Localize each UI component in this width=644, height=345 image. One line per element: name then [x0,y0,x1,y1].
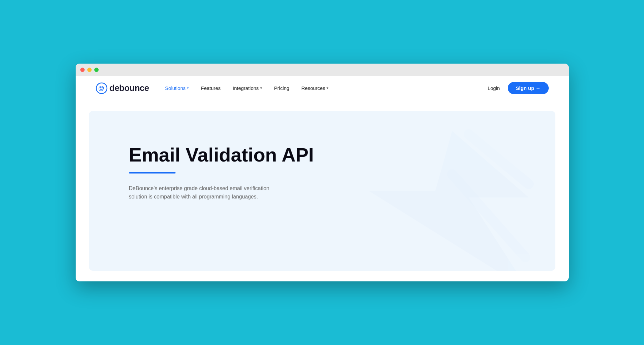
hero-content: Email Validation API DeBounce's enterpri… [129,144,329,201]
browser-content: @ debounce Solutions ▾ Features Integrat… [76,76,569,271]
traffic-light-red[interactable] [80,68,85,72]
hero-section: Email Validation API DeBounce's enterpri… [89,111,555,271]
integrations-chevron-icon: ▾ [260,86,262,90]
navbar: @ debounce Solutions ▾ Features Integrat… [76,76,569,100]
traffic-light-green[interactable] [94,68,99,72]
hero-description: DeBounce's enterprise grade cloud-based … [129,184,289,201]
hero-title: Email Validation API [129,144,329,166]
logo[interactable]: @ debounce [96,82,149,94]
nav-item-integrations[interactable]: Integrations ▾ [233,85,262,91]
browser-window: @ debounce Solutions ▾ Features Integrat… [76,64,569,281]
traffic-light-yellow[interactable] [87,68,92,72]
hero-bg-decoration [335,124,535,271]
resources-label: Resources [301,85,325,91]
integrations-label: Integrations [233,85,259,91]
nav-item-solutions[interactable]: Solutions ▾ [165,85,189,91]
pricing-label: Pricing [274,85,290,91]
svg-text:@: @ [98,85,104,92]
logo-text: debounce [110,83,149,93]
features-label: Features [201,85,221,91]
solutions-chevron-icon: ▾ [187,86,189,90]
logo-icon: @ [96,82,108,94]
resources-chevron-icon: ▾ [326,86,328,90]
signup-button[interactable]: Sign up → [508,82,548,94]
hero-underline [129,172,176,173]
login-link[interactable]: Login [488,85,500,91]
nav-links: Solutions ▾ Features Integrations ▾ Pric… [165,85,487,91]
nav-item-resources[interactable]: Resources ▾ [301,85,328,91]
solutions-label: Solutions [165,85,186,91]
nav-item-features[interactable]: Features [201,85,221,91]
nav-item-pricing[interactable]: Pricing [274,85,290,91]
nav-actions: Login Sign up → [488,82,549,94]
browser-titlebar [76,64,569,76]
